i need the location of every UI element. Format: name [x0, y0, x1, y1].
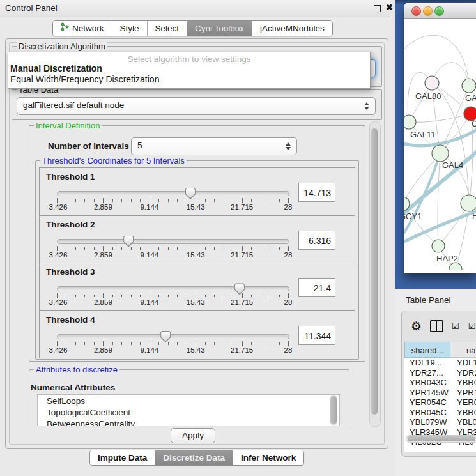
scale-label: 2.859 — [94, 298, 112, 306]
tab-label: Network — [72, 21, 104, 36]
float-window-icon[interactable] — [374, 5, 381, 12]
threshold-label: Threshold 3 — [46, 267, 95, 277]
table-row[interactable]: YBL079WYBL0 — [404, 417, 476, 427]
table-panel-title: Table Panel — [406, 295, 451, 305]
apply-button[interactable]: Apply — [171, 428, 215, 443]
slider-ticks — [57, 293, 288, 298]
table-row[interactable]: YDL19...YDL1 — [404, 358, 476, 368]
table-panel: ⚙☑☑ shared...na YDL19...YDL1YDR27...YDR2… — [401, 311, 476, 457]
network-window[interactable]: GAL80GACGAL11GAL4GCY1HHAP2 — [404, 3, 476, 273]
minimize-light[interactable] — [423, 6, 433, 16]
table-row[interactable]: YPR145WYPR1 — [404, 388, 476, 398]
scale-label: 28 — [284, 298, 293, 306]
node-label: HAP2 — [436, 254, 458, 263]
table-cell: YDR27... — [404, 368, 450, 378]
scale-label: 28 — [284, 203, 293, 211]
algorithm-option[interactable]: Equal Width/Frequency Discretization — [10, 74, 159, 84]
threshold-slider-track[interactable] — [57, 191, 289, 196]
number-of-intervals-label: Number of Intervals — [48, 141, 129, 151]
attribute-list-item[interactable]: SelfLoops — [38, 395, 339, 406]
threshold-slider-track[interactable] — [57, 286, 289, 291]
checkbox-icon[interactable]: ☑ — [452, 322, 460, 330]
numerical-attributes-list[interactable]: SelfLoopsTopologicalCoefficientBetweenne… — [37, 394, 340, 426]
table-cell: YER054C — [404, 397, 450, 408]
node-label: GAL11 — [410, 130, 436, 139]
threshold-label: Threshold 4 — [46, 315, 95, 325]
table-data-combo[interactable]: galFiltered.sif default node — [17, 97, 376, 115]
threshold-value-field[interactable]: 11.344 — [298, 326, 335, 345]
table-row[interactable]: YBR045CYBR0 — [404, 408, 476, 418]
control-panel-titlebar: Control Panel ✖ — [0, 0, 390, 17]
table-cell: YPR1 — [450, 388, 476, 398]
threshold-value-field[interactable]: 6.316 — [298, 231, 335, 250]
tab-cyni-toolbox[interactable]: Cyni Toolbox — [187, 21, 252, 36]
scale-label: 21.715 — [231, 346, 253, 354]
split-columns-icon[interactable] — [430, 320, 443, 332]
tab-discretize-data[interactable]: Discretize Data — [155, 450, 233, 465]
right-node[interactable] — [461, 195, 476, 211]
hap2-node[interactable] — [432, 240, 445, 252]
scale-label: -3.426 — [47, 251, 68, 259]
threshold-value-field[interactable]: 21.4 — [298, 278, 335, 297]
threshold-panel: Threshold 3-3.4262.8599.14415.4321.71528… — [39, 263, 355, 311]
scale-label: 15.43 — [187, 203, 205, 211]
close-light[interactable] — [411, 6, 421, 16]
tab-style[interactable]: Style — [112, 21, 147, 36]
settings-scrollbar[interactable] — [369, 121, 381, 427]
threshold-slider-track[interactable] — [57, 239, 289, 244]
scale-label: 9.144 — [140, 346, 158, 354]
close-icon[interactable]: ✖ — [386, 3, 393, 12]
numerical-attributes-title: Numerical Attributes — [31, 383, 115, 392]
table-toolbar: ⚙☑☑ — [404, 315, 476, 337]
table-cell: YPR145W — [404, 388, 450, 398]
table-cell: YER0 — [450, 397, 476, 408]
table-row[interactable]: YBR043CYBR0 — [404, 378, 476, 388]
gal80-node[interactable] — [425, 76, 439, 90]
network-edge — [409, 114, 471, 122]
bottom-tab-bar: Impute DataDiscretize DataInfer Network — [89, 450, 304, 466]
node-label: GA — [465, 93, 476, 103]
gal11-node[interactable] — [404, 115, 416, 129]
scale-label: 2.859 — [94, 346, 112, 354]
attributes-list-scrollbar[interactable] — [330, 395, 337, 426]
column-header[interactable]: na — [450, 342, 476, 358]
table-cell: YBL079W — [404, 417, 450, 427]
attributes-viewport: Attributes to discretize Numerical Attri… — [9, 362, 368, 426]
table-h-scrollbar[interactable] — [406, 435, 476, 443]
tab-select[interactable]: Select — [147, 21, 187, 36]
column-header[interactable]: shared... — [404, 342, 450, 358]
algorithm-option[interactable]: Manual Discretization — [10, 63, 102, 73]
table-row[interactable]: YDR27...YDR2 — [404, 368, 476, 378]
table-cell: YBR045C — [404, 408, 450, 418]
tab-infer-network[interactable]: Infer Network — [233, 450, 303, 465]
tab-label: Cyni Toolbox — [195, 21, 244, 36]
threshold-label: Threshold 2 — [46, 220, 95, 229]
top-right-node[interactable] — [462, 79, 476, 93]
network-edge — [438, 153, 440, 246]
scale-label: 2.859 — [94, 203, 112, 211]
node-table[interactable]: shared...na YDL19...YDL1YDR27...YDR2YBR0… — [404, 342, 476, 452]
tab-impute-data[interactable]: Impute Data — [90, 450, 155, 465]
scale-label: 21.715 — [231, 203, 253, 211]
algorithm-popup-hint: Select algorithm to view settings — [8, 54, 370, 64]
zoom-light[interactable] — [434, 6, 444, 16]
scale-label: 9.144 — [140, 251, 158, 259]
table-row[interactable]: YER054CYER0 — [404, 397, 476, 408]
gear-icon[interactable]: ⚙ — [411, 320, 422, 332]
tab-label: Select — [155, 21, 180, 36]
table-cell: YDL19... — [404, 358, 450, 368]
gal4-node[interactable] — [432, 145, 449, 162]
thresholds-group-label: Threshold's Coordinates for 5 Intervals — [40, 156, 187, 165]
attribute-list-item[interactable]: BetweennessCentrality — [38, 418, 339, 426]
table-cell: YDR2 — [450, 368, 476, 378]
number-of-intervals-combo[interactable]: 5 — [131, 137, 297, 155]
scale-label: -3.426 — [47, 203, 68, 211]
table-body: YDL19...YDL1YDR27...YDR2YBR043CYBR0YPR14… — [404, 358, 476, 447]
threshold-slider-track[interactable] — [57, 334, 289, 339]
tab-jactivemnodules[interactable]: jActiveMNodules — [252, 21, 332, 36]
attribute-list-item[interactable]: TopologicalCoefficient — [38, 406, 339, 418]
threshold-value-field[interactable]: 14.713 — [298, 183, 335, 202]
network-canvas[interactable]: GAL80GACGAL11GAL4GCY1HHAP2 — [404, 19, 476, 270]
checkbox-icon[interactable]: ☑ — [468, 322, 476, 330]
tab-network[interactable]: Network — [53, 21, 112, 36]
